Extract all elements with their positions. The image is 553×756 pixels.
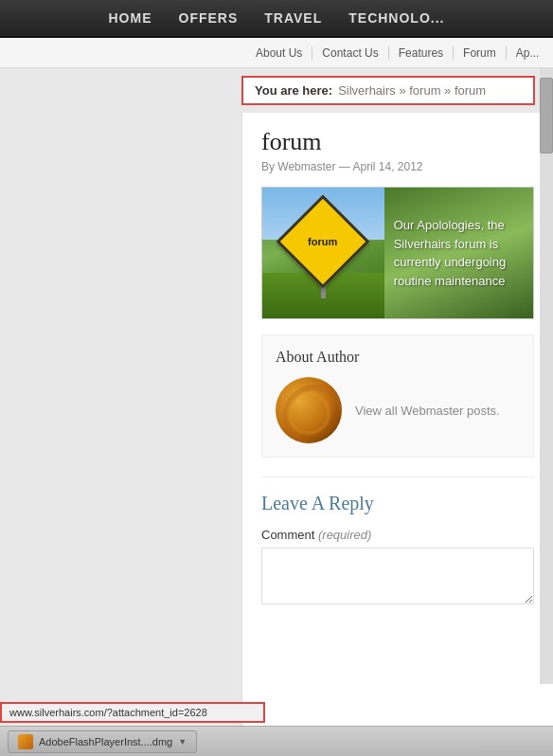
road-sign-container: forum [290, 208, 356, 298]
taskbar-item[interactable]: AdobeFlashPlayerInst....dmg ▼ [8, 730, 197, 753]
status-bar: www.silverhairs.com/?attachment_id=2628 [0, 702, 265, 723]
nav-app[interactable]: Ap... [507, 46, 549, 60]
breadcrumb-label: You are here: [255, 83, 332, 98]
secondary-nav: About Us Contact Us Features Forum Ap... [0, 38, 553, 68]
nav-technology[interactable]: TECHNOLO... [335, 10, 457, 26]
nav-about-us[interactable]: About Us [246, 46, 312, 60]
comment-required: (required) [318, 528, 371, 542]
content-area: forum By Webmaster — April 14, 2012 foru… [241, 113, 553, 756]
nav-forum[interactable]: Forum [454, 46, 507, 60]
nav-travel[interactable]: TRAVEL [251, 10, 335, 26]
top-nav-bar: HOME OFFERS TRAVEL TECHNOLO... [0, 0, 553, 38]
view-all-posts-link[interactable]: View all Webmaster posts. [355, 404, 500, 418]
avatar [276, 377, 342, 443]
taskbar: AdobeFlashPlayerInst....dmg ▼ [0, 726, 553, 756]
nav-offers[interactable]: OFFERS [166, 10, 252, 26]
sidebar [0, 113, 241, 756]
diamond-sign: forum [276, 194, 370, 288]
leave-reply-title: Leave A Reply [261, 493, 534, 514]
nav-contact-us[interactable]: Contact Us [312, 46, 388, 60]
nav-features[interactable]: Features [389, 46, 454, 60]
nav-home[interactable]: HOME [96, 10, 166, 26]
forum-banner: forum Our Apolologies, the Silverhairs f… [261, 187, 534, 319]
author-row: View all Webmaster posts. [276, 377, 520, 443]
adobe-flash-icon [18, 734, 33, 749]
main-container: forum By Webmaster — April 14, 2012 foru… [0, 113, 553, 756]
breadcrumb-path: Silverhairs » forum » forum [338, 83, 486, 98]
status-url: www.silverhairs.com/?attachment_id=2628 [9, 707, 207, 718]
comment-label: Comment (required) [261, 528, 534, 542]
about-author-section: About Author View all Webmaster posts. [261, 334, 534, 458]
post-meta: By Webmaster — April 14, 2012 [261, 160, 534, 173]
page-title: forum [261, 128, 534, 156]
banner-message: Our Apolologies, the Silverhairs forum i… [394, 216, 524, 290]
banner-right: Our Apolologies, the Silverhairs forum i… [384, 188, 533, 318]
scrollbar[interactable] [540, 68, 553, 684]
comment-textarea[interactable] [261, 548, 534, 604]
sign-text: forum [309, 235, 338, 246]
taskbar-item-label: AdobeFlashPlayerInst....dmg [39, 736, 172, 747]
banner-left: forum [262, 188, 384, 318]
comment-label-text: Comment [261, 528, 314, 542]
taskbar-arrow: ▼ [178, 737, 187, 747]
breadcrumb: You are here: Silverhairs » forum » foru… [241, 76, 535, 105]
about-author-title: About Author [276, 349, 520, 366]
leave-reply-section: Leave A Reply Comment (required) [261, 477, 534, 608]
scroll-thumb[interactable] [540, 78, 553, 153]
